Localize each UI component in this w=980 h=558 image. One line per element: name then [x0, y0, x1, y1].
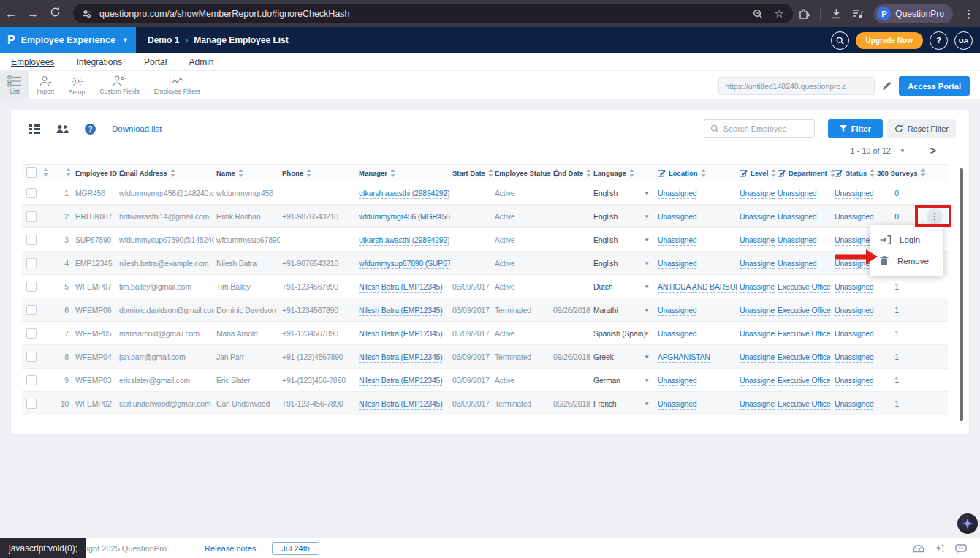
- language-dropdown-icon[interactable]: ▼: [644, 331, 650, 337]
- upgrade-now-button[interactable]: Upgrade Now: [856, 32, 923, 49]
- release-notes-link[interactable]: Release notes: [205, 544, 256, 553]
- location-link[interactable]: Unassigned: [658, 259, 696, 269]
- help-button[interactable]: ?: [930, 31, 948, 50]
- status-link[interactable]: Unassigned: [835, 329, 873, 339]
- product-switcher[interactable]: P Employee Experience ▼: [0, 27, 136, 53]
- surveys-count[interactable]: 1: [894, 352, 899, 361]
- row-checkbox[interactable]: [26, 211, 37, 222]
- location-link[interactable]: Unassigned: [658, 399, 696, 410]
- language-dropdown-icon[interactable]: ▼: [644, 377, 650, 384]
- extensions-icon[interactable]: [798, 8, 810, 20]
- toolbar-item-import[interactable]: Import: [29, 71, 61, 99]
- sort-icon[interactable]: [306, 169, 311, 177]
- tab-employees[interactable]: Employees: [11, 57, 54, 67]
- cell-select[interactable]: [22, 392, 41, 415]
- location-link[interactable]: Unassigned: [658, 189, 696, 199]
- select-all-checkbox[interactable]: [26, 167, 37, 178]
- toolbar-item-list[interactable]: List: [0, 71, 29, 99]
- row-checkbox[interactable]: [26, 305, 37, 315]
- browser-menu-icon[interactable]: ⋮: [963, 7, 974, 20]
- breadcrumb-parent[interactable]: Demo 1: [148, 35, 179, 45]
- level-link[interactable]: Unassigned: [740, 329, 775, 339]
- manager-link[interactable]: Nilesh Batra (EMP12345): [359, 329, 442, 339]
- surveys-count[interactable]: 1: [894, 282, 899, 291]
- filter-button[interactable]: Filter: [828, 119, 883, 138]
- header-emp_status[interactable]: Employee Status: [493, 165, 551, 181]
- level-link[interactable]: Unassigned: [740, 282, 775, 293]
- level-link[interactable]: Unassigned: [740, 376, 775, 386]
- cell-select[interactable]: [22, 345, 41, 369]
- forward-icon[interactable]: →: [22, 7, 44, 20]
- language-dropdown-icon[interactable]: ▼: [644, 284, 650, 290]
- context-menu-item-login[interactable]: Login: [870, 229, 943, 250]
- level-link[interactable]: Unassigned: [740, 212, 775, 222]
- header-name[interactable]: Name: [214, 165, 280, 181]
- status-link[interactable]: Unassigned: [835, 352, 873, 363]
- sort-icon[interactable]: [488, 169, 493, 177]
- header-status[interactable]: Status: [832, 165, 875, 181]
- sort-icon[interactable]: [43, 168, 48, 176]
- sparkles-icon[interactable]: [935, 543, 945, 554]
- table-view-icon[interactable]: [29, 124, 40, 134]
- status-link[interactable]: Unassigned: [835, 376, 873, 386]
- row-checkbox[interactable]: [26, 375, 37, 385]
- release-date-chip[interactable]: Jul 24th: [272, 542, 319, 555]
- status-link[interactable]: Unassigned: [835, 189, 873, 199]
- department-link[interactable]: Executive Office: [778, 282, 830, 293]
- header-start[interactable]: Start Date: [450, 165, 493, 181]
- location-link[interactable]: Unassigned: [658, 376, 696, 386]
- sort-icon[interactable]: [390, 169, 395, 177]
- download-list-link[interactable]: Download list: [112, 124, 162, 133]
- sort-icon[interactable]: [629, 169, 634, 177]
- surveys-count[interactable]: 1: [894, 376, 899, 385]
- status-link[interactable]: Unassigned: [835, 282, 873, 293]
- context-menu-item-remove[interactable]: Remove: [870, 250, 943, 271]
- header-location[interactable]: Location: [656, 165, 737, 181]
- level-link[interactable]: Unassigned: [740, 399, 775, 410]
- help-info-icon[interactable]: ?: [85, 124, 96, 135]
- location-link[interactable]: AFGHANISTAN: [658, 352, 710, 363]
- edit-column-icon[interactable]: [740, 169, 748, 177]
- cell-select[interactable]: [22, 275, 41, 298]
- surveys-count[interactable]: 1: [894, 329, 899, 338]
- department-link[interactable]: Unassigned: [778, 189, 816, 199]
- header-email[interactable]: Email Address: [117, 165, 214, 181]
- bookmark-star-icon[interactable]: ☆: [775, 7, 784, 20]
- manager-link[interactable]: utkarsh.awasthi (29894292): [359, 235, 449, 246]
- level-link[interactable]: Unassigned: [740, 352, 775, 363]
- header-surveys[interactable]: 360 Surveys: [875, 165, 919, 181]
- location-link[interactable]: Unassigned: [658, 306, 696, 316]
- address-bar[interactable]: questionpro.com/a/showMemberReport.do#ig…: [73, 4, 793, 23]
- cell-select[interactable]: [22, 252, 41, 275]
- sort-icon[interactable]: [170, 169, 175, 177]
- department-link[interactable]: Executive Office: [778, 399, 830, 410]
- edit-portal-url-icon[interactable]: [882, 81, 892, 91]
- row-checkbox[interactable]: [26, 352, 37, 362]
- edit-column-icon[interactable]: [835, 169, 843, 177]
- search-employee-input[interactable]: [723, 124, 808, 133]
- header-end[interactable]: End Date: [551, 165, 591, 181]
- status-link[interactable]: Unassigned: [835, 399, 873, 410]
- sort-icon[interactable]: [701, 169, 706, 177]
- browser-profile-chip[interactable]: P QuestionPro: [874, 4, 953, 23]
- status-link[interactable]: Unassigned: [835, 212, 873, 222]
- row-checkbox[interactable]: [26, 399, 37, 409]
- cell-select[interactable]: [22, 181, 41, 205]
- avatar[interactable]: UA: [954, 31, 973, 50]
- language-dropdown-icon[interactable]: ▼: [644, 190, 650, 197]
- level-link[interactable]: Unassigned: [740, 235, 775, 246]
- header-select-all[interactable]: [22, 165, 41, 181]
- language-dropdown-icon[interactable]: ▼: [644, 214, 650, 220]
- surveys-count[interactable]: 0: [894, 189, 899, 197]
- sort-icon[interactable]: [771, 169, 776, 177]
- department-link[interactable]: Executive Office: [778, 306, 830, 316]
- header-language[interactable]: Language: [591, 165, 656, 181]
- reset-filter-button[interactable]: Reset Filter: [887, 119, 956, 138]
- level-link[interactable]: Unassigned: [740, 259, 775, 269]
- ai-assistant-button[interactable]: [957, 513, 978, 534]
- cell-select[interactable]: [22, 369, 41, 392]
- department-link[interactable]: Unassigned: [778, 235, 816, 246]
- pagination-dropdown-icon[interactable]: ▼: [900, 148, 905, 154]
- sort-icon[interactable]: [921, 168, 926, 176]
- sort-icon[interactable]: [870, 169, 875, 177]
